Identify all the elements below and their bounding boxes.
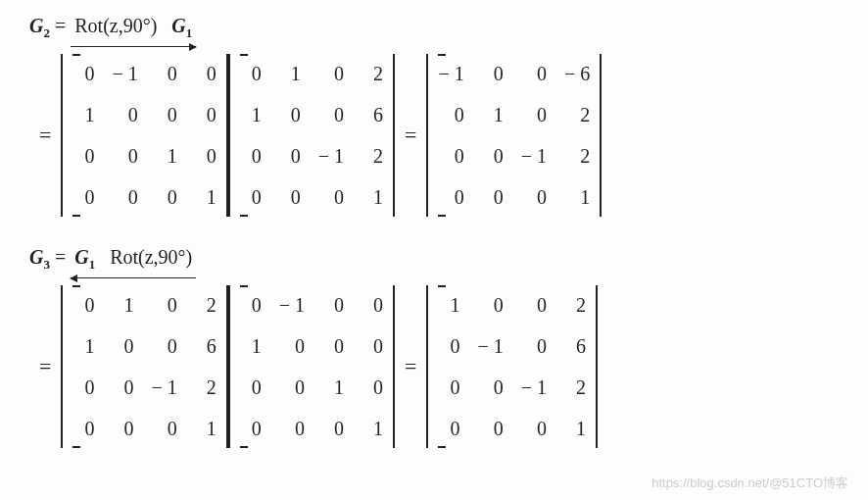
- matrix-cell: − 6: [564, 58, 590, 89]
- matrix-cell: 0: [521, 181, 547, 213]
- matrix-cell: 0: [72, 372, 94, 403]
- matrix-cell: 0: [240, 58, 262, 89]
- matrix-cell: 2: [564, 140, 590, 172]
- matrix-cell: 0: [72, 413, 94, 444]
- matrix-g1: 0102100600− 120001: [61, 285, 227, 448]
- matrix-cell: 0: [195, 58, 217, 89]
- matrix-cell: 0: [322, 330, 344, 362]
- matrix-cell: 0: [72, 181, 94, 213]
- matrix-cell: 0: [279, 413, 305, 444]
- matrix-cell: − 1: [438, 58, 463, 89]
- matrix-cell: 1: [112, 289, 133, 321]
- matrix-cell: 0: [72, 140, 94, 172]
- matrix-rot: 0− 100100000100001: [228, 285, 395, 448]
- equation-1: G2 = Rot(z,90°) G1 = 0− 100100000100001 …: [29, 15, 839, 217]
- matrix-cell: 0: [279, 99, 301, 130]
- matrix-cell: 2: [362, 140, 383, 172]
- matrix-cell: 0: [195, 99, 217, 130]
- g3-symbol: G3: [29, 246, 55, 268]
- matrix-g2-result: − 100− 6010200− 120001: [426, 54, 602, 217]
- matrix-cell: 1: [362, 413, 383, 444]
- matrix-cell: 1: [195, 413, 217, 444]
- matrix-cell: 0: [72, 58, 94, 89]
- matrix-cell: 1: [72, 330, 94, 362]
- matrix-cell: 0: [438, 140, 463, 172]
- matrix-cell: 0: [521, 58, 547, 89]
- matrix-cell: 0: [151, 413, 176, 444]
- matrix-cell: 0: [438, 413, 459, 444]
- matrix-cell: 1: [156, 140, 177, 172]
- equals-sign: =: [405, 123, 416, 148]
- matrix-cell: 0: [112, 140, 137, 172]
- matrix-cell: 1: [195, 181, 217, 213]
- matrix-cell: − 1: [521, 140, 547, 172]
- equals-sign: =: [39, 354, 51, 379]
- matrix-cell: 0: [151, 330, 176, 362]
- matrix-cell: 0: [521, 99, 547, 130]
- matrix-cell: − 1: [477, 330, 503, 362]
- matrix-cell: 0: [279, 181, 301, 213]
- matrix-cell: 0: [322, 289, 344, 321]
- matrix-cell: 0: [482, 140, 504, 172]
- matrix-cell: − 1: [151, 372, 176, 403]
- matrix-cell: 0: [438, 372, 459, 403]
- matrix-cell: 0: [438, 181, 463, 213]
- matrix-cell: 2: [195, 289, 217, 321]
- matrix-cell: 0: [240, 181, 262, 213]
- matrix-cell: 0: [240, 372, 262, 403]
- matrix-cell: 0: [112, 181, 137, 213]
- matrix-g1: 0102100600− 120001: [228, 54, 395, 217]
- matrix-cell: 2: [195, 372, 217, 403]
- matrix-cell: 0: [318, 181, 344, 213]
- matrix-cell: 2: [564, 372, 586, 403]
- matrix-cell: 0: [521, 330, 547, 362]
- matrix-cell: 6: [195, 330, 217, 362]
- matrix-cell: 0: [156, 58, 177, 89]
- matrix-cell: 1: [240, 99, 262, 130]
- matrix-cell: 0: [362, 330, 383, 362]
- matrix-cell: 0: [362, 372, 383, 403]
- arrow-left-icon: [71, 277, 196, 278]
- matrix-cell: 0: [279, 330, 305, 362]
- matrix-cell: 1: [240, 330, 262, 362]
- matrix-cell: 2: [362, 58, 383, 89]
- matrix-cell: 0: [438, 330, 459, 362]
- matrix-cell: 0: [112, 413, 133, 444]
- matrix-cell: 1: [482, 99, 504, 130]
- equation-2: G3 = G1 Rot(z,90°) = 0102100600− 120001 …: [29, 246, 839, 448]
- matrix-cell: 0: [112, 99, 137, 130]
- matrix-cell: 0: [72, 289, 94, 321]
- matrix-cell: 0: [477, 372, 503, 403]
- rot-operator-2: G1 Rot(z,90°): [71, 246, 196, 273]
- matrix-cell: 0: [521, 289, 547, 321]
- matrix-cell: 1: [564, 181, 590, 213]
- matrix-cell: 1: [72, 99, 94, 130]
- matrix-cell: 6: [564, 330, 586, 362]
- matrix-cell: 0: [279, 140, 301, 172]
- equation-1-header: G2 = Rot(z,90°) G1: [29, 15, 839, 42]
- matrix-cell: 0: [112, 372, 133, 403]
- matrix-g3-result: 10020− 10600− 120001: [426, 285, 598, 448]
- matrix-cell: 0: [318, 58, 344, 89]
- matrix-cell: 0: [477, 413, 503, 444]
- matrix-cell: 1: [279, 58, 301, 89]
- matrix-cell: 0: [482, 181, 504, 213]
- matrix-cell: − 1: [521, 372, 547, 403]
- matrix-cell: 1: [362, 181, 383, 213]
- matrix-cell: − 1: [279, 289, 305, 321]
- matrix-cell: 0: [521, 413, 547, 444]
- matrix-rot: 0− 100100000100001: [61, 54, 227, 217]
- matrix-cell: 0: [195, 140, 217, 172]
- matrix-cell: 0: [477, 289, 503, 321]
- equals-sign: =: [39, 123, 51, 148]
- matrix-cell: 0: [240, 413, 262, 444]
- matrix-cell: 0: [240, 140, 262, 172]
- equals-sign: =: [55, 15, 71, 36]
- matrix-cell: 0: [322, 413, 344, 444]
- matrix-cell: 0: [482, 58, 504, 89]
- matrix-cell: 0: [156, 99, 177, 130]
- equals-sign: =: [55, 246, 71, 268]
- matrix-cell: 0: [362, 289, 383, 321]
- matrix-cell: 0: [318, 99, 344, 130]
- matrix-cell: 0: [156, 181, 177, 213]
